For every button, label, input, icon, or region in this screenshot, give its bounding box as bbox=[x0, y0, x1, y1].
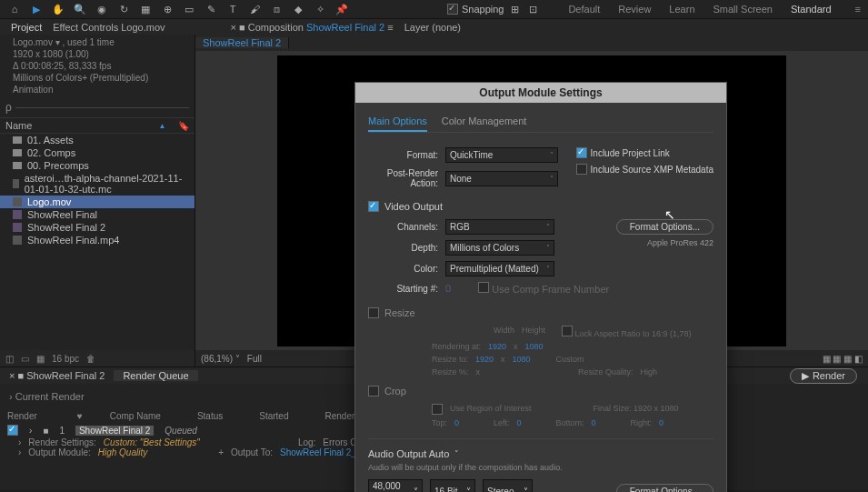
panel-bar: Project Effect Controls Logo.mov × ■ Com… bbox=[0, 18, 868, 35]
sort-icon[interactable]: ▲ bbox=[159, 122, 166, 130]
workspace-learn[interactable]: Learn bbox=[669, 4, 694, 15]
top-toolbar: ⌂ ▶ ✋ 🔍 ◉ ↻ ▦ ⊕ ▭ ✎ T 🖌 ⧈ ◆ ✧ 📌 Snapping… bbox=[0, 0, 868, 18]
crop-checkbox[interactable] bbox=[368, 386, 379, 397]
rq-status: Queued bbox=[165, 426, 197, 436]
folder-icon bbox=[13, 136, 22, 144]
effect-controls-tab[interactable]: Effect Controls Logo.mov bbox=[47, 22, 170, 33]
file-icon bbox=[13, 197, 22, 206]
video-output-checkbox[interactable] bbox=[368, 201, 379, 212]
trash-icon[interactable]: 🗑 bbox=[86, 354, 95, 364]
rotate-tool-icon[interactable]: ↻ bbox=[116, 2, 131, 16]
tab-main-options[interactable]: Main Options bbox=[368, 112, 427, 132]
format-label: Format: bbox=[368, 150, 445, 160]
folder-icon bbox=[13, 162, 22, 169]
file-icon bbox=[13, 179, 19, 188]
zoom-tool-icon[interactable]: 🔍 bbox=[73, 2, 87, 16]
project-file[interactable]: asteroi…th-alpha-channel-2021-11-01-01-1… bbox=[0, 172, 195, 196]
selection-tool-icon[interactable]: ▶ bbox=[29, 2, 44, 16]
workspace-review[interactable]: Review bbox=[618, 4, 651, 15]
roto-tool-icon[interactable]: ✧ bbox=[313, 2, 327, 16]
eraser-tool-icon[interactable]: ◆ bbox=[291, 2, 305, 16]
project-search[interactable]: ρ bbox=[0, 97, 195, 117]
audio-format-options-button[interactable]: Format Options... bbox=[616, 484, 713, 493]
pen-tool-icon[interactable]: ✎ bbox=[204, 2, 218, 16]
render-queue-tab[interactable]: Render Queue bbox=[114, 370, 197, 381]
interpret-icon[interactable]: ◫ bbox=[5, 354, 14, 364]
project-footer: ◫ ▭ ▦ 16 bpc 🗑 bbox=[0, 350, 195, 366]
audio-bit-select[interactable]: 16 Bit˅ bbox=[430, 479, 475, 492]
audio-note: Audio will be output only if the composi… bbox=[368, 463, 713, 472]
video-format-options-button[interactable]: Format Options... bbox=[616, 219, 713, 235]
color-select[interactable]: Premultiplied (Matted)˅ bbox=[445, 261, 554, 276]
use-comp-frame-checkbox bbox=[478, 282, 489, 293]
text-tool-icon[interactable]: T bbox=[225, 2, 240, 16]
postrender-select[interactable]: None˅ bbox=[445, 171, 558, 186]
comp-breadcrumb[interactable]: ShowReel Final 2 bbox=[195, 37, 289, 48]
workspace-tabs: Default Review Learn Small Screen Standa… bbox=[568, 4, 861, 15]
hand-tool-icon[interactable]: ✋ bbox=[51, 2, 65, 16]
project-file[interactable]: ShowReel Final.mp4 bbox=[0, 234, 195, 246]
stamp-tool-icon[interactable]: ⧈ bbox=[269, 2, 284, 16]
project-folder[interactable]: 00. Precomps bbox=[0, 159, 195, 172]
project-folder[interactable]: 02. Comps bbox=[0, 146, 195, 159]
orbit-tool-icon[interactable]: ◉ bbox=[95, 2, 109, 16]
snap-opt2-icon[interactable]: ⊡ bbox=[526, 2, 541, 16]
output-module-link[interactable]: High Quality bbox=[98, 447, 147, 457]
new-folder-icon[interactable]: ▭ bbox=[21, 354, 29, 364]
brush-tool-icon[interactable]: 🖌 bbox=[247, 2, 262, 16]
render-settings-link[interactable]: Custom: "Best Settings" bbox=[104, 437, 200, 447]
home-icon[interactable]: ⌂ bbox=[7, 2, 22, 16]
audio-output-select[interactable]: Audio Output Auto bbox=[368, 448, 449, 459]
workspace-default[interactable]: Default bbox=[568, 4, 600, 15]
pan-behind-tool-icon[interactable]: ⊕ bbox=[160, 2, 175, 16]
postrender-label: Post-Render Action: bbox=[368, 168, 445, 188]
camera-tool-icon[interactable]: ▦ bbox=[138, 2, 153, 16]
new-comp-icon[interactable]: ▦ bbox=[36, 354, 45, 364]
codec-info: Apple ProRes 422 bbox=[647, 238, 713, 247]
snap-opt-icon[interactable]: ⊞ bbox=[508, 2, 523, 16]
resolution[interactable]: Full bbox=[247, 354, 262, 364]
channels-select[interactable]: RGB˅ bbox=[445, 219, 554, 235]
file-icon bbox=[13, 236, 22, 245]
output-module-settings-dialog: Output Module Settings Main Options Colo… bbox=[354, 82, 727, 492]
workspace-menu-icon[interactable]: ≡ bbox=[855, 4, 861, 15]
project-folder[interactable]: 01. Assets bbox=[0, 134, 195, 146]
zoom-level[interactable]: (86,1%) ˅ bbox=[201, 354, 240, 364]
project-header-name[interactable]: Name bbox=[5, 120, 32, 131]
workspace-smallscreen[interactable]: Small Screen bbox=[713, 4, 773, 15]
comp-icon bbox=[13, 223, 22, 232]
project-panel: Logo.mov ▾ , used 1 time 1920 x 1080 (1.… bbox=[0, 35, 195, 366]
comp-icon bbox=[13, 210, 22, 219]
project-comp[interactable]: ShowReel Final 2 bbox=[0, 221, 195, 234]
dialog-title: Output Module Settings bbox=[355, 83, 726, 103]
snapping-label: Snapping bbox=[462, 4, 504, 15]
include-xmp-checkbox[interactable] bbox=[576, 164, 587, 175]
composition-tab[interactable]: × ■ Composition ShowReel Final 2 ≡ bbox=[225, 22, 399, 33]
project-comp[interactable]: ShowReel Final bbox=[0, 208, 195, 221]
render-button[interactable]: ▶ Render bbox=[790, 368, 857, 384]
workspace-standard[interactable]: Standard bbox=[791, 4, 832, 15]
format-select[interactable]: QuickTime˅ bbox=[445, 147, 558, 163]
tab-color-management[interactable]: Color Management bbox=[442, 112, 527, 132]
project-list: 01. Assets 02. Comps 00. Precomps astero… bbox=[0, 134, 195, 350]
timeline-tab[interactable]: × ■ ShowReel Final 2 bbox=[0, 370, 114, 381]
tag-icon[interactable]: 🔖 bbox=[178, 121, 189, 131]
layer-tab[interactable]: Layer (none) bbox=[399, 22, 466, 33]
project-file[interactable]: Logo.mov bbox=[0, 196, 195, 208]
audio-rate-select[interactable]: 48,000 kHz˅ bbox=[368, 479, 423, 492]
rq-comp-name: ShowReel Final 2 bbox=[75, 426, 154, 436]
rect-tool-icon[interactable]: ▭ bbox=[182, 2, 196, 16]
bpc-label[interactable]: 16 bpc bbox=[52, 354, 79, 364]
project-panel-tab[interactable]: Project bbox=[5, 22, 47, 33]
render-checkbox[interactable] bbox=[7, 425, 18, 436]
resize-checkbox[interactable] bbox=[368, 307, 379, 318]
depth-select[interactable]: Millions of Colors˅ bbox=[445, 240, 554, 256]
source-metadata: Logo.mov ▾ , used 1 time 1920 x 1080 (1.… bbox=[7, 35, 154, 97]
folder-icon bbox=[13, 149, 22, 156]
snapping-checkbox[interactable] bbox=[447, 4, 458, 15]
puppet-tool-icon[interactable]: 📌 bbox=[334, 2, 349, 16]
include-link-checkbox[interactable] bbox=[576, 147, 587, 158]
viewer-options-icon[interactable]: ▦ ▦ ▦ ◧ bbox=[823, 354, 863, 364]
audio-channel-select[interactable]: Stereo˅ bbox=[483, 479, 533, 492]
